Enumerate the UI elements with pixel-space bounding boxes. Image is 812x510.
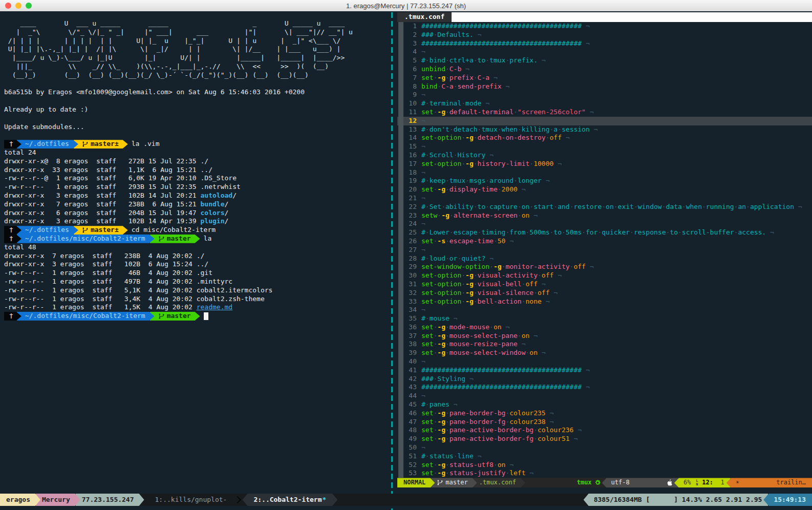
shell-pane[interactable]: ____ U ___ u _____ _____ _ U _____ u ___… [0,11,394,493]
vim-pane[interactable]: .tmux.conf 1############################… [397,12,812,493]
statusline-encoding: utf-8 [602,478,678,487]
vim-line-text: ########################################… [421,39,590,48]
vim-line: 24¬ [397,220,812,228]
eol-mark: ¬ [421,357,425,365]
line-number: 22 [404,203,417,211]
vim-sign-column [398,22,403,478]
space-dot: · [474,298,478,305]
line-number: 47 [404,418,417,427]
line-number: 2 [404,31,417,39]
space-dot: · [425,314,430,322]
token: -g [437,349,445,356]
token: access. [738,228,766,236]
shell-prompt: †~/.dotfiles/misc/Cobalt2-itermmaster [4,312,394,321]
vim-line-text: #·mouse ¬ [421,314,457,323]
token: pane-active-border-fg [450,435,533,442]
line-number: 1 [404,22,417,31]
space-dot: · [474,160,478,167]
vim-line-text: set·-g·display-time·2000 ¬ [421,185,526,194]
vim-line: 25#·Lower·escape·timing·from·500ms·to·50… [397,228,812,237]
tmux-pane-divider[interactable] [391,12,393,510]
line-number: 43 [404,383,417,392]
file-name: ../ [197,260,208,268]
eol-mark: ¬ [766,228,774,236]
token: bind [421,82,437,90]
token: C-b [450,65,461,73]
tmux-window-2[interactable]: 2:..Cobalt2-iterm* [242,494,337,506]
terminal-line: drwxr-xr-x 3 eragos staff 102B 14 Jul 20… [4,192,394,200]
vim-line: 17set-option·-g·history-limit·10000 ¬ [397,160,812,168]
terminal-line: drwxr-xr-x@ 8 eragos staff 272B 15 Jul 2… [4,157,394,166]
line-number: 25 [404,228,417,237]
terminal-line: |||_ \\ _// \\_ )(\\,-.-,_|___|_,-.// \\… [4,62,394,71]
file-name: autoload [201,192,233,199]
token: # [421,228,425,236]
token: quicker [602,228,630,236]
token: status-utf8 [450,461,494,469]
token: on [522,211,530,219]
vim-line-text: ¬ [421,117,425,125]
space-dot: · [445,469,450,477]
line-number: 6 [404,65,417,74]
eol-mark: ¬ [502,82,510,90]
tmux-window-1[interactable]: 1:..kills/gnuplot- [149,494,233,506]
file-meta: -rw-r--r-- 1 eragos staff 5,1K 4 Aug 20:… [4,286,197,294]
terminal-line [4,97,394,105]
line-number: 15 [404,142,417,151]
line-number: 51 [404,452,417,461]
space-dot: · [518,203,522,210]
vim-line-text: #·Scroll·History ¬ [421,151,494,160]
vim-buffer[interactable]: 1#######################################… [397,22,812,478]
token: loud [430,254,445,262]
token: display-time [450,185,498,193]
vim-line: 6unbind·C-b ¬ [397,65,812,74]
vim-line-text: ¬ [421,443,425,452]
space-dot: · [630,228,634,236]
vim-line: 42###·Styling ¬ [397,375,812,384]
terminal-line: b6a515b by Eragos <mfo1009@googlemail.co… [4,88,394,97]
zoom-button[interactable] [26,3,32,9]
token: monitor-activity [505,263,569,270]
token: on [494,323,502,331]
token: unbind [421,65,445,73]
space-dot: · [746,203,750,210]
vim-line: 26set·-s·escape-time·50 ¬ [397,237,812,246]
space-dot: · [450,211,454,219]
space-dot: · [485,177,489,184]
token: mouse [430,314,450,322]
file-name: plugin [201,217,225,225]
line-number: 33 [404,298,417,306]
vim-line-text: set·-g·pane-border-bg·colour235 ¬ [421,409,553,418]
token: off [526,280,538,288]
file-name[interactable]: readme.md [197,303,232,311]
token: 500ms [529,228,549,236]
file-meta: drwxr-xr-x 3 eragos staff 102B 14 Apr 19… [4,217,201,225]
vim-line-text: set·-g·default-terminal·"screen-256color… [421,108,594,117]
space-dot: · [614,203,618,210]
eol-mark: ¬ [582,22,590,30]
token: status [430,452,454,460]
space-dot: · [533,426,538,434]
vim-command-line[interactable] [397,487,812,493]
vim-line: 27¬ [397,246,812,254]
token: Defaults. [437,31,473,38]
vim-tab[interactable]: .tmux.conf [397,12,452,22]
minimize-button[interactable] [15,3,22,9]
space-dot: · [538,271,542,279]
git-branch-icon [82,141,89,147]
prompt-branch-segment: master [150,312,200,321]
vim-mode-indicator: NORMAL [397,478,435,487]
ascii-art-line: (__)_) (__) (__) (__)(__)(_/ \_)-´ `-(_/… [4,71,309,79]
vim-line: 23setw·-g·alternate-screen·on ¬ [397,211,812,220]
vim-line: 52set·-g·status-utf8·on ¬ [397,461,812,470]
space-dot: · [533,289,538,296]
vim-line: 21¬ [397,194,812,203]
vim-line: 38set·-g·mouse-resize-pane ¬ [397,340,812,349]
vim-line-text: unbind·C-b ¬ [421,65,469,74]
window-active-flag: * [322,496,326,504]
token: detach-on-destroy [478,134,546,141]
ascii-art-line: |||_ \\ _// \\_ )(\\,-.-,_|___|_,-.// \\… [4,62,329,70]
close-button[interactable] [5,3,11,9]
token: to [478,203,486,210]
token: # [421,452,425,460]
